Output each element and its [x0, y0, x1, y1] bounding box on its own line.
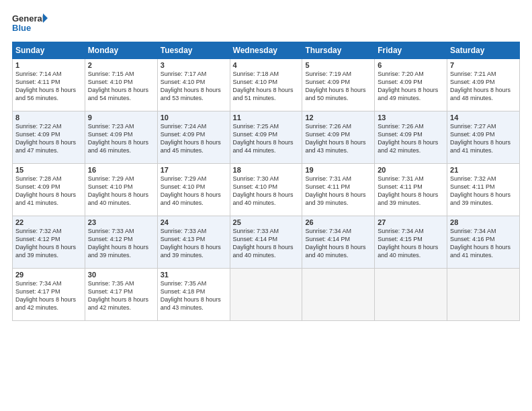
day-info: Sunrise: 7:26 AMSunset: 4:09 PMDaylight …	[305, 123, 365, 154]
day-number: 31	[161, 271, 227, 279]
day-info: Sunrise: 7:30 AMSunset: 4:10 PMDaylight …	[233, 175, 294, 206]
day-number: 16	[88, 166, 154, 174]
calendar-cell: 18 Sunrise: 7:30 AMSunset: 4:10 PMDaylig…	[230, 164, 302, 216]
calendar-cell	[302, 269, 375, 321]
calendar-week-1: 8 Sunrise: 7:22 AMSunset: 4:09 PMDayligh…	[13, 111, 520, 164]
day-number: 6	[378, 61, 444, 69]
day-number: 8	[15, 113, 82, 122]
day-number: 30	[88, 271, 154, 279]
day-number: 3	[161, 61, 227, 69]
day-number: 13	[378, 113, 444, 122]
calendar-cell: 14 Sunrise: 7:27 AMSunset: 4:09 PMDaylig…	[447, 111, 520, 164]
calendar-cell: 22 Sunrise: 7:32 AMSunset: 4:12 PMDaylig…	[13, 216, 85, 269]
day-number: 11	[233, 113, 300, 122]
calendar-cell: 15 Sunrise: 7:28 AMSunset: 4:09 PMDaylig…	[13, 164, 85, 216]
day-number: 26	[305, 218, 371, 226]
calendar-week-4: 29 Sunrise: 7:34 AMSunset: 4:17 PMDaylig…	[13, 269, 520, 321]
calendar-cell: 25 Sunrise: 7:33 AMSunset: 4:14 PMDaylig…	[230, 216, 302, 269]
day-info: Sunrise: 7:33 AMSunset: 4:14 PMDaylight …	[233, 228, 294, 259]
calendar-week-0: 1 Sunrise: 7:14 AMSunset: 4:11 PMDayligh…	[13, 59, 520, 111]
day-number: 14	[450, 113, 517, 122]
day-info: Sunrise: 7:34 AMSunset: 4:14 PMDaylight …	[305, 228, 365, 259]
day-number: 23	[88, 218, 154, 226]
day-number: 2	[88, 61, 154, 69]
day-info: Sunrise: 7:34 AMSunset: 4:15 PMDaylight …	[378, 228, 438, 259]
day-number: 4	[233, 61, 300, 69]
calendar-cell: 5 Sunrise: 7:19 AMSunset: 4:09 PMDayligh…	[302, 59, 375, 111]
day-info: Sunrise: 7:21 AMSunset: 4:09 PMDaylight …	[450, 71, 511, 101]
calendar-cell: 17 Sunrise: 7:29 AMSunset: 4:10 PMDaylig…	[157, 164, 230, 216]
day-info: Sunrise: 7:18 AMSunset: 4:10 PMDaylight …	[233, 71, 294, 101]
svg-text:Blue: Blue	[12, 23, 31, 33]
calendar-cell: 20 Sunrise: 7:31 AMSunset: 4:11 PMDaylig…	[375, 164, 447, 216]
day-number: 27	[378, 218, 444, 226]
calendar-cell: 11 Sunrise: 7:25 AMSunset: 4:09 PMDaylig…	[230, 111, 302, 164]
day-info: Sunrise: 7:20 AMSunset: 4:09 PMDaylight …	[378, 71, 438, 101]
calendar-cell	[447, 269, 520, 321]
logo-svg: General Blue	[12, 11, 49, 36]
day-info: Sunrise: 7:32 AMSunset: 4:12 PMDaylight …	[15, 228, 76, 259]
calendar-cell: 30 Sunrise: 7:35 AMSunset: 4:17 PMDaylig…	[85, 269, 157, 321]
calendar-cell: 16 Sunrise: 7:29 AMSunset: 4:10 PMDaylig…	[85, 164, 157, 216]
day-info: Sunrise: 7:35 AMSunset: 4:18 PMDaylight …	[161, 280, 221, 311]
day-info: Sunrise: 7:33 AMSunset: 4:12 PMDaylight …	[88, 228, 148, 259]
calendar-cell: 21 Sunrise: 7:32 AMSunset: 4:11 PMDaylig…	[447, 164, 520, 216]
col-header-tuesday: Tuesday	[157, 42, 230, 59]
calendar-cell: 10 Sunrise: 7:24 AMSunset: 4:09 PMDaylig…	[157, 111, 230, 164]
col-header-sunday: Sunday	[13, 42, 85, 59]
day-info: Sunrise: 7:22 AMSunset: 4:09 PMDaylight …	[15, 123, 76, 154]
day-number: 5	[305, 61, 371, 69]
day-info: Sunrise: 7:19 AMSunset: 4:09 PMDaylight …	[305, 71, 365, 101]
day-info: Sunrise: 7:25 AMSunset: 4:09 PMDaylight …	[233, 123, 294, 154]
day-number: 7	[450, 61, 517, 69]
calendar-cell: 1 Sunrise: 7:14 AMSunset: 4:11 PMDayligh…	[13, 59, 85, 111]
calendar-cell: 12 Sunrise: 7:26 AMSunset: 4:09 PMDaylig…	[302, 111, 375, 164]
day-number: 20	[378, 166, 444, 174]
day-info: Sunrise: 7:31 AMSunset: 4:11 PMDaylight …	[378, 175, 438, 206]
calendar-cell: 9 Sunrise: 7:23 AMSunset: 4:09 PMDayligh…	[85, 111, 157, 164]
day-number: 1	[15, 61, 82, 69]
calendar-cell: 6 Sunrise: 7:20 AMSunset: 4:09 PMDayligh…	[375, 59, 447, 111]
svg-text:General: General	[12, 13, 44, 24]
day-number: 25	[233, 218, 300, 226]
col-header-monday: Monday	[85, 42, 157, 59]
calendar-cell: 7 Sunrise: 7:21 AMSunset: 4:09 PMDayligh…	[447, 59, 520, 111]
calendar-cell: 2 Sunrise: 7:15 AMSunset: 4:10 PMDayligh…	[85, 59, 157, 111]
col-header-thursday: Thursday	[302, 42, 375, 59]
svg-marker-2	[43, 13, 48, 23]
header: General Blue	[12, 11, 520, 36]
day-info: Sunrise: 7:32 AMSunset: 4:11 PMDaylight …	[450, 175, 511, 206]
calendar-cell	[230, 269, 302, 321]
calendar-table: SundayMondayTuesdayWednesdayThursdayFrid…	[12, 42, 520, 321]
calendar-cell: 26 Sunrise: 7:34 AMSunset: 4:14 PMDaylig…	[302, 216, 375, 269]
day-number: 10	[161, 113, 227, 122]
day-info: Sunrise: 7:31 AMSunset: 4:11 PMDaylight …	[305, 175, 365, 206]
col-header-friday: Friday	[375, 42, 447, 59]
day-info: Sunrise: 7:24 AMSunset: 4:09 PMDaylight …	[161, 123, 221, 154]
day-number: 21	[450, 166, 517, 174]
day-info: Sunrise: 7:34 AMSunset: 4:16 PMDaylight …	[450, 228, 511, 259]
calendar-cell	[375, 269, 447, 321]
day-number: 29	[15, 271, 82, 279]
calendar-cell: 4 Sunrise: 7:18 AMSunset: 4:10 PMDayligh…	[230, 59, 302, 111]
col-header-wednesday: Wednesday	[230, 42, 302, 59]
day-info: Sunrise: 7:23 AMSunset: 4:09 PMDaylight …	[88, 123, 148, 154]
day-number: 24	[161, 218, 227, 226]
logo: General Blue	[12, 11, 49, 36]
calendar-cell: 8 Sunrise: 7:22 AMSunset: 4:09 PMDayligh…	[13, 111, 85, 164]
day-info: Sunrise: 7:34 AMSunset: 4:17 PMDaylight …	[15, 280, 76, 311]
calendar-week-3: 22 Sunrise: 7:32 AMSunset: 4:12 PMDaylig…	[13, 216, 520, 269]
calendar-cell: 29 Sunrise: 7:34 AMSunset: 4:17 PMDaylig…	[13, 269, 85, 321]
day-number: 9	[88, 113, 154, 122]
day-number: 19	[305, 166, 371, 174]
day-number: 18	[233, 166, 300, 174]
day-number: 22	[15, 218, 82, 226]
calendar-cell: 24 Sunrise: 7:33 AMSunset: 4:13 PMDaylig…	[157, 216, 230, 269]
calendar-week-2: 15 Sunrise: 7:28 AMSunset: 4:09 PMDaylig…	[13, 164, 520, 216]
day-info: Sunrise: 7:14 AMSunset: 4:11 PMDaylight …	[15, 71, 76, 101]
col-header-saturday: Saturday	[447, 42, 520, 59]
day-info: Sunrise: 7:27 AMSunset: 4:09 PMDaylight …	[450, 123, 511, 154]
calendar-cell: 28 Sunrise: 7:34 AMSunset: 4:16 PMDaylig…	[447, 216, 520, 269]
calendar-cell: 27 Sunrise: 7:34 AMSunset: 4:15 PMDaylig…	[375, 216, 447, 269]
calendar-cell: 31 Sunrise: 7:35 AMSunset: 4:18 PMDaylig…	[157, 269, 230, 321]
